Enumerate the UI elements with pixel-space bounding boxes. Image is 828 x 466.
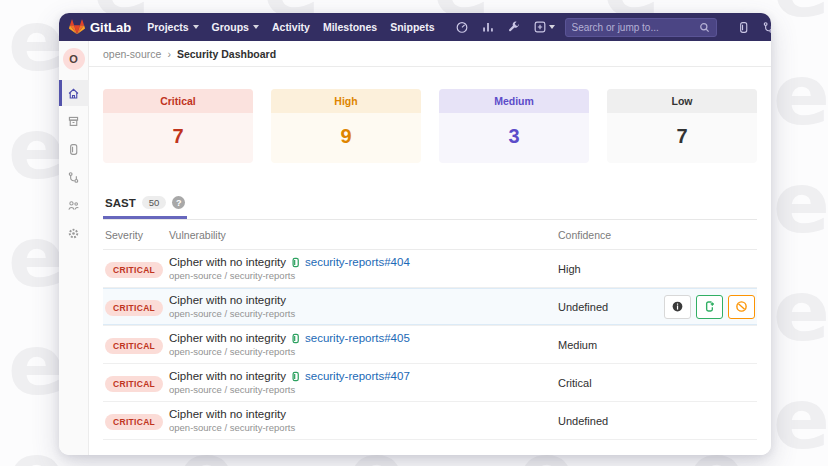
confidence-value: Medium [558, 339, 597, 351]
table-row[interactable]: CRITICAL Cipher with no integrity open-s… [103, 402, 757, 440]
page-title: Security Dashboard [177, 48, 276, 60]
severity-card-count: 7 [103, 113, 253, 163]
confidence-value: High [558, 263, 581, 275]
activity-chart-icon[interactable] [481, 20, 495, 34]
vulnerability-title: Cipher with no integrity security-report… [169, 370, 558, 382]
dashboard-icon[interactable] [455, 20, 469, 34]
info-icon [671, 300, 684, 313]
sidebar-item-repository[interactable] [59, 108, 89, 134]
tab-sast[interactable]: SAST 50 ? [103, 187, 187, 219]
chevron-down-icon [549, 25, 555, 29]
nav-icon-group-left [455, 20, 555, 34]
sidebar-item-issues[interactable] [59, 136, 89, 162]
severity-card-count: 9 [271, 113, 421, 163]
table-row[interactable]: CRITICAL Cipher with no integrity securi… [103, 326, 757, 364]
column-confidence: Confidence [558, 229, 755, 241]
vulnerability-project: open-source / security-reports [169, 270, 558, 281]
settings-icon [67, 227, 80, 240]
column-severity: Severity [105, 229, 169, 241]
vulnerability-project: open-source / security-reports [169, 384, 558, 395]
severity-card-critical[interactable]: Critical 7 [103, 89, 253, 163]
nav-item-milestones[interactable]: Milestones [323, 21, 377, 33]
top-navbar: GitLab Projects Groups Activity Mileston… [59, 13, 771, 41]
severity-badge: CRITICAL [105, 414, 163, 430]
severity-card-medium[interactable]: Medium 3 [439, 89, 589, 163]
confidence-value: Critical [558, 377, 592, 389]
home-icon [67, 87, 80, 100]
brand-name: GitLab [90, 20, 131, 35]
search-input[interactable] [572, 22, 695, 33]
severity-card-label: Medium [439, 89, 589, 113]
severity-card-count: 3 [439, 113, 589, 163]
help-question-icon[interactable]: ? [172, 196, 185, 209]
table-header: Severity Vulnerability Confidence [103, 220, 757, 250]
nav-item-activity[interactable]: Activity [272, 21, 310, 33]
merge-requests-icon [67, 171, 80, 184]
nav-item-groups[interactable]: Groups [212, 21, 259, 33]
nav-item-snippets[interactable]: Snippets [390, 21, 434, 33]
nav-menu: Projects Groups Activity Milestones Snip… [147, 21, 434, 33]
issue-created-icon [290, 257, 301, 268]
vulnerability-project: open-source / security-reports [169, 346, 558, 357]
nav-icon-group-right: 1 ? [737, 20, 772, 34]
vulnerability-title: Cipher with no integrity [169, 294, 558, 306]
severity-card-high[interactable]: High 9 [271, 89, 421, 163]
repository-icon [67, 115, 80, 128]
new-menu-icon[interactable] [533, 20, 555, 34]
report-tabs: SAST 50 ? [103, 187, 757, 220]
admin-wrench-icon[interactable] [507, 20, 521, 34]
tab-label: SAST [105, 197, 136, 209]
nav-item-projects[interactable]: Projects [147, 21, 198, 33]
row-actions [664, 295, 755, 319]
dismiss-icon [735, 300, 748, 313]
sidebar-item-members[interactable] [59, 192, 89, 218]
severity-badge: CRITICAL [105, 338, 163, 354]
create-issue-button[interactable] [696, 295, 723, 319]
search-icon [699, 22, 710, 33]
gitlab-logo[interactable]: GitLab [69, 19, 131, 35]
app-window: GitLab Projects Groups Activity Mileston… [59, 13, 771, 455]
severity-summary: Critical 7 High 9 Medium 3 Low 7 [103, 89, 757, 163]
table-row[interactable]: CRITICAL Cipher with no integrity securi… [103, 250, 757, 288]
breadcrumb: open-source › Security Dashboard [89, 41, 771, 67]
create-issue-icon [703, 300, 716, 313]
severity-card-low[interactable]: Low 7 [607, 89, 757, 163]
sidebar-item-merge-requests[interactable] [59, 164, 89, 190]
breadcrumb-separator: › [167, 48, 171, 60]
tanuki-icon [69, 19, 85, 35]
severity-badge: CRITICAL [105, 262, 163, 278]
vulnerability-title: Cipher with no integrity security-report… [169, 332, 558, 344]
table-row[interactable]: CRITICAL Cipher with no integrity open-s… [103, 288, 757, 326]
column-vulnerability: Vulnerability [169, 229, 558, 241]
issues-icon [67, 143, 80, 156]
severity-card-label: High [271, 89, 421, 113]
severity-badge: CRITICAL [105, 300, 163, 316]
severity-card-label: Low [607, 89, 757, 113]
vulnerability-project: open-source / security-reports [169, 422, 558, 433]
breadcrumb-project-link[interactable]: open-source [103, 48, 161, 60]
issue-link[interactable]: security-reports#404 [305, 256, 410, 268]
severity-badge: CRITICAL [105, 376, 163, 392]
issues-icon[interactable] [737, 21, 750, 34]
project-sidebar: O [59, 41, 89, 455]
sidebar-item-home[interactable] [59, 80, 89, 106]
issue-link[interactable]: security-reports#405 [305, 332, 410, 344]
severity-card-label: Critical [103, 89, 253, 113]
global-search[interactable] [565, 18, 717, 37]
tab-count-badge: 50 [142, 196, 167, 209]
issue-created-icon [290, 333, 301, 344]
dismiss-button[interactable] [728, 295, 755, 319]
project-avatar[interactable]: O [63, 48, 85, 70]
vulnerability-title: Cipher with no integrity security-report… [169, 256, 558, 268]
sidebar-item-settings[interactable] [59, 220, 89, 246]
table-row[interactable]: CRITICAL Cipher with no integrity securi… [103, 364, 757, 402]
severity-card-count: 7 [607, 113, 757, 163]
issue-created-icon [290, 371, 301, 382]
confidence-value: Undefined [558, 415, 608, 427]
members-icon [67, 199, 80, 212]
chevron-down-icon [253, 25, 259, 29]
chevron-down-icon [193, 25, 199, 29]
merge-request-icon[interactable] [762, 21, 772, 34]
issue-link[interactable]: security-reports#407 [305, 370, 410, 382]
info-button[interactable] [664, 295, 691, 319]
